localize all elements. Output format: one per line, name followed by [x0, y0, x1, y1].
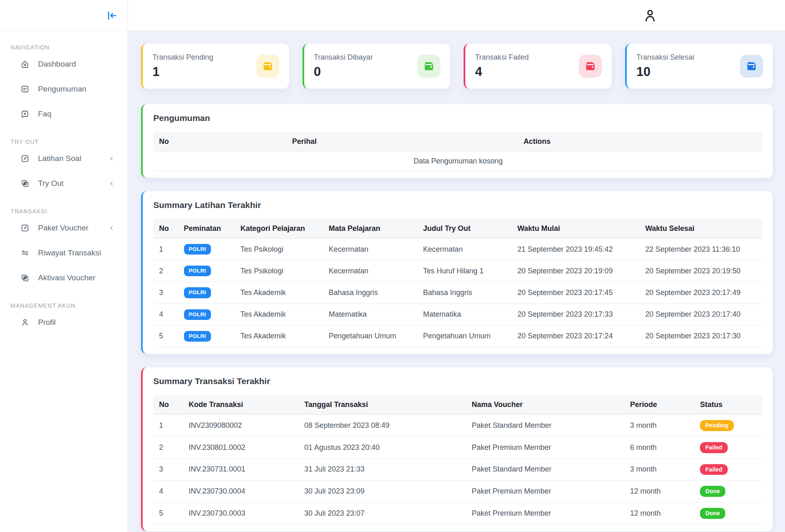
chevron-left-icon: [108, 155, 115, 162]
summary-latihan-table: NoPeminatanKategori PelajaranMata Pelaja…: [153, 219, 762, 347]
table-cell: 01 Agustus 2023 20:40: [299, 436, 467, 458]
table-cell: 31 Juli 2023 21:33: [299, 458, 467, 481]
sidebar-item-aktivasi-voucher[interactable]: Aktivasi Voucher: [0, 265, 128, 290]
table-cell: 4: [153, 304, 179, 325]
transaksi-table-row: 4INV.230730.000430 Juli 2023 23:09Paket …: [153, 481, 762, 503]
table-cell: 20 September 2023 20:19:50: [640, 260, 762, 282]
table-cell: Pending: [695, 414, 762, 436]
table-cell: Failed: [695, 458, 762, 481]
user-menu-button[interactable]: [642, 8, 658, 23]
table-cell: 12 month: [625, 481, 695, 503]
collapse-sidebar-button[interactable]: [105, 9, 118, 22]
main-area: Transaksi Pending 1 Transaksi Dibayar 0 …: [128, 0, 785, 532]
table-cell: 3: [153, 282, 179, 304]
table-cell: Matematika: [324, 304, 418, 325]
table-header-row: NoPerihalActions: [153, 132, 762, 152]
summary-transaksi-table: NoKode TransaksiTanggal TransaksiNama Vo…: [153, 395, 762, 525]
table-cell: Kecermatan: [324, 260, 418, 282]
table-cell: Matematika: [418, 304, 513, 325]
sidebar-item-profil[interactable]: Profil: [0, 310, 128, 335]
table-cell: Tes Psikologi: [236, 239, 324, 260]
sidebar-item-label: Pengumuman: [38, 85, 86, 94]
latihan-table-row: 5POLRITes AkademikPengetahuan UmumPenget…: [153, 325, 762, 347]
sidebar-item-paket-voucher[interactable]: Paket Voucher: [0, 215, 128, 240]
column-header-waktu-selesai: Waktu Selesai: [640, 219, 762, 239]
transaksi-table-row: 3INV.230731.000131 Juli 2023 21:33Paket …: [153, 458, 762, 481]
sidebar-item-label: Faq: [38, 110, 52, 118]
table-cell: 1: [153, 239, 179, 260]
sidebar-item-latihan-soal[interactable]: Latihan Soal: [0, 146, 128, 171]
table-cell: 30 Juli 2023 23:09: [299, 481, 467, 503]
copy-icon: [20, 273, 30, 283]
sidebar-item-faq[interactable]: Faq: [0, 101, 128, 126]
table-cell: 21 September 2023 19:45:42: [512, 239, 640, 260]
stat-card-transaksi-failed: Transaksi Failed 4: [464, 44, 612, 89]
column-header-periode: Periode: [625, 395, 695, 415]
column-header-kategori-pelajaran: Kategori Pelajaran: [236, 219, 324, 239]
table-cell: Tes Akademik: [236, 304, 324, 325]
status-badge: Done: [700, 508, 725, 519]
table-cell: 2: [153, 260, 179, 282]
sidebar-item-pengumuman[interactable]: Pengumuman: [0, 76, 128, 101]
summary-transaksi-title: Summary Transaksi Terakhir: [153, 376, 762, 386]
table-cell: POLRI: [179, 325, 236, 347]
table-cell: 20 September 2023 20:17:45: [512, 282, 640, 304]
sidebar-item-label: Paket Voucher: [38, 224, 89, 232]
column-header-waktu-mulai: Waktu Mulai: [512, 219, 640, 239]
peminatan-badge: POLRI: [184, 331, 211, 342]
announcement-icon: [20, 84, 30, 94]
table-cell: 2: [153, 436, 184, 458]
summary-latihan-card: Summary Latihan Terakhir NoPeminatanKate…: [141, 191, 773, 354]
stat-card-transaksi-pending: Transaksi Pending 1: [141, 44, 289, 89]
topbar: [128, 0, 785, 31]
table-cell: 3 month: [625, 458, 695, 481]
table-cell: Pengetahuan Umum: [418, 325, 513, 347]
sidebar-nav: NAVIGATION Dashboard Pengumuman Faq TRY …: [0, 31, 128, 335]
table-cell: 3: [153, 458, 184, 481]
column-header-nama-voucher: Nama Voucher: [467, 395, 625, 415]
status-badge: Done: [700, 486, 725, 497]
sidebar-item-dashboard[interactable]: Dashboard: [0, 51, 128, 76]
latihan-table-row: 4POLRITes AkademikMatematikaMatematika20…: [153, 304, 762, 325]
transaksi-table-row: 5INV.230730.000330 Juli 2023 23:07Paket …: [153, 503, 762, 525]
sidebar: NAVIGATION Dashboard Pengumuman Faq TRY …: [0, 0, 128, 532]
column-header-perihal: Perihal: [287, 132, 519, 152]
user-icon: [642, 18, 658, 25]
pengumuman-card: Pengumuman NoPerihalActions Data Pengumu…: [141, 104, 773, 178]
home-icon: [20, 59, 30, 69]
table-cell: POLRI: [179, 239, 236, 260]
table-cell: Kecermatan: [324, 239, 418, 260]
table-cell: Kecermatan: [418, 239, 513, 260]
table-cell: Tes Akademik: [236, 325, 324, 347]
faq-icon: [20, 109, 30, 119]
table-cell: 6 month: [625, 436, 695, 458]
table-cell: 20 September 2023 20:17:33: [512, 304, 640, 325]
table-cell: INV2309080002: [184, 414, 299, 436]
table-cell: INV.230730.0004: [184, 481, 299, 503]
nav-section-label-try-out: TRY OUT: [11, 139, 117, 145]
wallet-icon: [256, 55, 279, 78]
sidebar-item-label: Profil: [38, 318, 56, 327]
sidebar-item-try-out[interactable]: Try Out: [0, 171, 128, 196]
collapse-sidebar-icon: [105, 17, 118, 23]
wallet-icon: [417, 55, 440, 78]
latihan-table-row: 3POLRITes AkademikBahasa InggrisBahasa I…: [153, 282, 762, 304]
wallet-icon: [740, 55, 763, 78]
dashboard-content: Transaksi Pending 1 Transaksi Dibayar 0 …: [128, 31, 785, 532]
edit-icon: [20, 154, 30, 163]
latihan-table-row: 1POLRITes PsikologiKecermatanKecermatan2…: [153, 239, 762, 260]
nav-section-label-transaksi: TRANSAKSI: [11, 208, 117, 215]
edit-icon: [20, 223, 30, 233]
sidebar-item-label: Dashboard: [38, 60, 76, 69]
sidebar-item-label: Riwayat Transaksi: [38, 248, 101, 257]
table-cell: Paket Premium Member: [467, 481, 625, 503]
sidebar-item-riwayat-transaksi[interactable]: Riwayat Transaksi: [0, 240, 128, 265]
transaksi-table-row: 1INV230908000208 September 2023 08:49Pak…: [153, 414, 762, 436]
latihan-table-row: 2POLRITes PsikologiKecermatanTes Huruf H…: [153, 260, 762, 282]
sidebar-item-label: Latihan Soal: [38, 154, 81, 163]
column-header-no: No: [153, 219, 179, 239]
column-header-peminatan: Peminatan: [179, 219, 236, 239]
table-cell: 30 Juli 2023 23:07: [299, 503, 467, 525]
chevron-left-icon: [108, 224, 115, 232]
table-cell: 22 September 2023 11:36:10: [640, 239, 762, 260]
